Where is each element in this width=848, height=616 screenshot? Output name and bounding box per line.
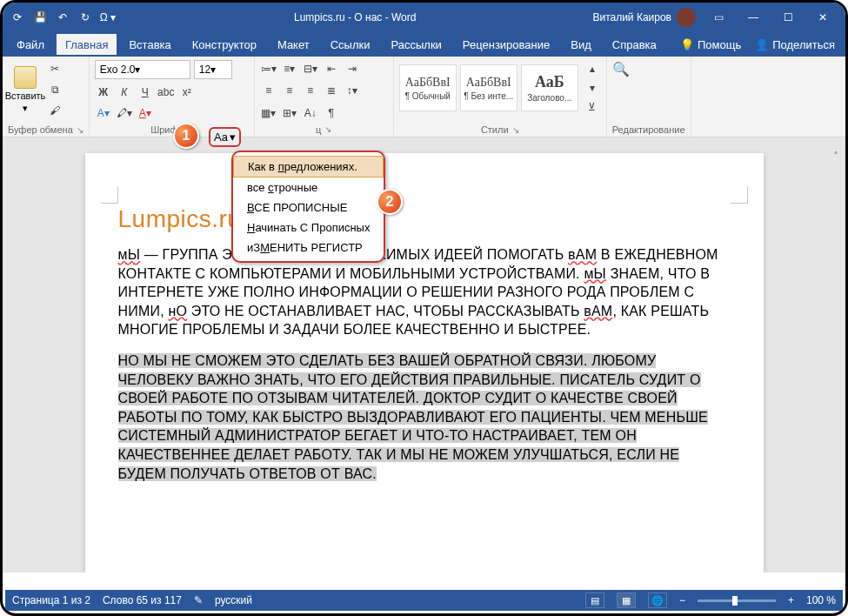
- share-button[interactable]: 👤 Поделиться: [750, 38, 840, 51]
- borders-icon[interactable]: ⊞▾: [281, 104, 298, 122]
- print-layout-icon[interactable]: ▦: [617, 593, 636, 608]
- case-lowercase[interactable]: все строчные: [233, 177, 384, 198]
- paragraph-dialog-icon[interactable]: ↘: [324, 124, 331, 134]
- styles-down-icon[interactable]: ▾: [584, 79, 601, 97]
- cut-icon[interactable]: ✂: [46, 60, 63, 77]
- style-normal[interactable]: АаБбВвІ¶ Обычный: [399, 64, 457, 111]
- doc-title: Lumpics.ru – О нас: [118, 205, 731, 233]
- maximize-icon[interactable]: ☐: [771, 5, 805, 30]
- zoom-out-icon[interactable]: −: [679, 594, 685, 606]
- font-name-select[interactable]: Exo 2.0 ▾: [95, 60, 190, 79]
- align-center-icon[interactable]: ≡: [281, 82, 298, 99]
- shading-icon[interactable]: ▦▾: [260, 104, 277, 122]
- underline-icon[interactable]: Ч: [137, 84, 154, 101]
- web-layout-icon[interactable]: 🌐: [648, 593, 667, 608]
- bullets-icon[interactable]: ≔▾: [260, 60, 277, 77]
- ribbon-tabs: Файл Главная Вставка Конструктор Макет С…: [3, 32, 845, 57]
- tellme[interactable]: 💡 Помощь: [675, 38, 746, 51]
- font-color-icon[interactable]: A▾: [137, 104, 154, 122]
- user-area[interactable]: Виталий Каиров: [592, 8, 696, 27]
- paste-button[interactable]: Вставить ▾: [8, 66, 43, 114]
- close-icon[interactable]: ✕: [805, 5, 840, 30]
- undo-icon[interactable]: ↶: [53, 8, 72, 27]
- case-sentence[interactable]: Как в предложениях.: [233, 156, 384, 177]
- margin-corner-icon: [101, 186, 118, 204]
- tab-design[interactable]: Конструктор: [184, 34, 265, 55]
- save-icon[interactable]: 💾: [30, 8, 50, 27]
- show-marks-icon[interactable]: ¶: [323, 104, 340, 122]
- language-indicator[interactable]: русский: [215, 594, 252, 606]
- find-icon[interactable]: 🔍: [612, 60, 630, 77]
- sub-super-icon[interactable]: x²: [178, 84, 196, 101]
- styles-dialog-icon[interactable]: ↘: [512, 125, 519, 135]
- tab-file[interactable]: Файл: [8, 34, 53, 55]
- page: Lumpics.ru – О нас мЫ — ГРУППА ЭНТУЗИАСТ…: [85, 153, 764, 572]
- ribbon-options-icon[interactable]: ▭: [701, 5, 736, 30]
- redo-icon[interactable]: ↻: [76, 8, 95, 27]
- tab-references[interactable]: Ссылки: [322, 34, 379, 55]
- autosave-icon[interactable]: ⟳: [8, 8, 27, 27]
- line-spacing-icon[interactable]: ↕▾: [344, 82, 361, 99]
- document-area[interactable]: Lumpics.ru – О нас мЫ — ГРУППА ЭНТУЗИАСТ…: [3, 137, 845, 572]
- tab-insert[interactable]: Вставка: [120, 34, 179, 55]
- case-uppercase[interactable]: ВСЕ ПРОПИСНЫЕ: [233, 198, 384, 218]
- dec-indent-icon[interactable]: ⇤: [323, 60, 340, 77]
- user-name: Виталий Каиров: [592, 11, 671, 23]
- zoom-slider[interactable]: [698, 599, 776, 602]
- group-paragraph: ≔▾ ≡▾ ⊟▾ ⇤ ⇥ ≡ ≡ ≡ ≣ ↕▾ ▦▾ ⊞▾ A↓ ¶ ц↘: [255, 57, 394, 137]
- collapse-ribbon-icon[interactable]: ˄: [833, 151, 838, 163]
- change-case-button[interactable]: Aa▾: [209, 127, 241, 147]
- word-count[interactable]: Слово 65 из 117: [103, 594, 182, 606]
- change-case-menu: Как в предложениях. все строчные ВСЕ ПРО…: [231, 151, 385, 263]
- justify-icon[interactable]: ≣: [323, 82, 340, 99]
- badge-2: 2: [377, 189, 403, 215]
- status-bar: Страница 1 из 2 Слово 65 из 117 ✎ русски…: [5, 590, 843, 611]
- font-size-select[interactable]: 12 ▾: [194, 60, 232, 79]
- style-nospacing[interactable]: АаБбВвІ¶ Без инте...: [460, 64, 517, 111]
- tab-mailings[interactable]: Рассылки: [382, 34, 450, 55]
- format-painter-icon[interactable]: 🖌: [46, 102, 63, 119]
- inc-indent-icon[interactable]: ⇥: [344, 60, 361, 77]
- align-left-icon[interactable]: ≡: [260, 82, 277, 99]
- tab-layout[interactable]: Макет: [269, 34, 318, 55]
- group-font: Exo 2.0 ▾ 12 ▾ Ж К Ч abc x² A▾ 🖍▾ A▾ Шри…: [90, 57, 255, 137]
- styles-more-icon[interactable]: ⊻: [584, 98, 601, 116]
- title-bar: ⟳ 💾 ↶ ↻ Ω ▾ Lumpics.ru - О нас - Word Ви…: [3, 3, 845, 32]
- proofing-icon[interactable]: ✎: [194, 594, 203, 606]
- page-indicator[interactable]: Страница 1 из 2: [12, 594, 90, 606]
- omega-icon[interactable]: Ω ▾: [98, 8, 117, 27]
- margin-corner-icon: [731, 186, 748, 204]
- group-styles: АаБбВвІ¶ Обычный АаБбВвІ¶ Без инте... Аа…: [394, 57, 607, 137]
- style-heading1[interactable]: АаБЗаголово...: [521, 64, 578, 111]
- paragraph-1: мЫ — ГРУППА ЭНТУЗИАСТОВ, ОДЕРЖИМЫХ ИДЕЕЙ…: [118, 245, 731, 339]
- zoom-in-icon[interactable]: +: [788, 594, 794, 606]
- highlight-icon[interactable]: 🖍▾: [116, 104, 133, 122]
- avatar-icon: [677, 8, 696, 27]
- paragraph-2-selected: НО МЫ НЕ СМОЖЕМ ЭТО СДЕЛАТЬ БЕЗ ВАШЕЙ ОБ…: [118, 352, 731, 483]
- group-editing: 🔍 Редактирование: [607, 57, 691, 137]
- tab-home[interactable]: Главная: [57, 34, 117, 55]
- bold-icon[interactable]: Ж: [95, 84, 112, 101]
- sort-icon[interactable]: A↓: [302, 104, 319, 122]
- tab-review[interactable]: Рецензирование: [454, 34, 558, 55]
- zoom-level[interactable]: 100 %: [806, 594, 836, 606]
- italic-icon[interactable]: К: [116, 84, 133, 101]
- case-toggle[interactable]: иЗМЕНИТЬ РЕГИСТР: [233, 238, 384, 258]
- window-title: Lumpics.ru - О нас - Word: [117, 11, 592, 23]
- read-mode-icon[interactable]: ▤: [585, 593, 604, 608]
- badge-1: 1: [173, 123, 199, 149]
- copy-icon[interactable]: ⧉: [46, 81, 63, 98]
- text-effects-icon[interactable]: A▾: [95, 104, 112, 122]
- ribbon: Вставить ▾ ✂ ⧉ 🖌 Буфер обмена↘ Exo 2.0 ▾…: [3, 57, 845, 137]
- styles-up-icon[interactable]: ▴: [584, 60, 601, 77]
- multilevel-icon[interactable]: ⊟▾: [302, 60, 319, 77]
- tab-view[interactable]: Вид: [562, 34, 600, 55]
- tab-help[interactable]: Справка: [604, 34, 665, 55]
- strike-icon[interactable]: abc: [157, 84, 175, 101]
- chevron-down-icon: ▾: [230, 131, 236, 144]
- case-capitalize[interactable]: Начинать С Прописных: [233, 218, 384, 238]
- align-right-icon[interactable]: ≡: [302, 82, 319, 99]
- minimize-icon[interactable]: —: [736, 5, 771, 30]
- clipboard-dialog-icon[interactable]: ↘: [77, 125, 83, 135]
- numbering-icon[interactable]: ≡▾: [281, 60, 298, 77]
